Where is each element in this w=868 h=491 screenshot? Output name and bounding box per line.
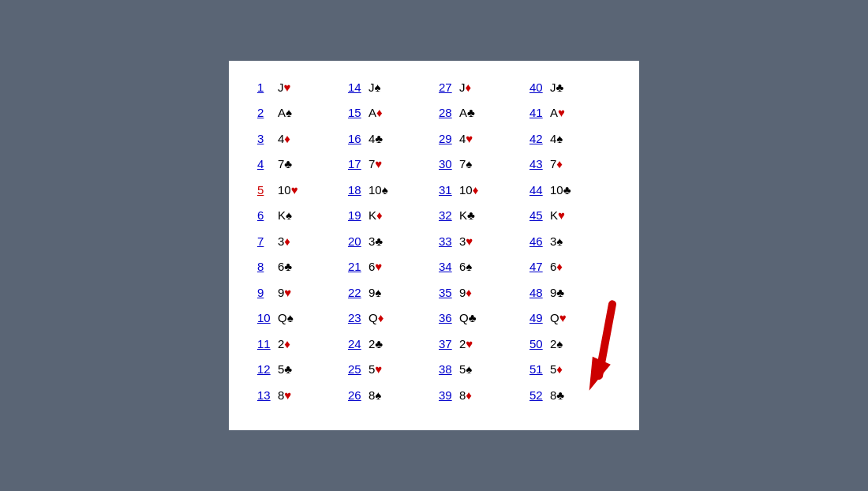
card-number[interactable]: 31	[439, 182, 456, 200]
card-number[interactable]: 51	[529, 361, 547, 379]
card-suit: ♠	[466, 260, 472, 273]
card-face: 10♣	[550, 182, 571, 200]
card-suit: ♥	[284, 81, 291, 94]
card-value: Q	[369, 311, 378, 324]
card-suit: ♣	[556, 286, 564, 299]
card-suit: ♣	[375, 132, 383, 145]
card-number[interactable]: 6	[257, 207, 275, 225]
card-face: 5♣	[278, 361, 292, 379]
card-face: 5♦	[550, 361, 563, 379]
card-suit: ♣	[469, 311, 477, 324]
list-item: 112♦	[253, 333, 343, 356]
card-number[interactable]: 38	[439, 361, 456, 379]
list-item: 99♥	[253, 282, 343, 305]
card-number[interactable]: 29	[439, 130, 456, 148]
card-value: A	[369, 106, 376, 119]
list-item: 73♦	[253, 231, 343, 253]
card-number[interactable]: 19	[348, 207, 365, 225]
card-suit: ♥	[466, 234, 473, 248]
card-number[interactable]: 49	[529, 309, 547, 328]
card-number[interactable]: 3	[257, 130, 275, 148]
card-value: A	[278, 106, 286, 119]
card-number[interactable]: 26	[348, 387, 365, 405]
card-value: J	[550, 81, 556, 94]
card-number[interactable]: 10	[257, 309, 275, 328]
card-suit: ♦	[466, 286, 472, 299]
card-face: 2♣	[369, 335, 383, 354]
card-number[interactable]: 8	[257, 258, 275, 276]
card-number[interactable]: 48	[529, 284, 547, 302]
list-item: 15A♦	[343, 102, 434, 125]
card-number[interactable]: 36	[439, 309, 456, 328]
card-value: J	[278, 81, 284, 94]
card-number[interactable]: 42	[529, 130, 547, 148]
card-number[interactable]: 9	[257, 284, 275, 302]
card-number[interactable]: 17	[348, 156, 365, 174]
card-number[interactable]: 40	[529, 79, 547, 97]
card-face: 10♥	[278, 182, 298, 200]
card-number[interactable]: 18	[348, 182, 365, 200]
card-number[interactable]: 12	[257, 361, 275, 379]
card-number[interactable]: 44	[529, 182, 547, 200]
card-number[interactable]: 28	[439, 104, 456, 122]
card-number[interactable]: 50	[529, 335, 547, 354]
card-face: 9♣	[550, 284, 564, 302]
card-number[interactable]: 4	[257, 156, 275, 174]
list-item: 41A♥	[525, 102, 615, 125]
card-suit: ♣	[556, 388, 564, 402]
list-item: 19K♦	[343, 204, 434, 227]
card-number[interactable]: 22	[348, 284, 365, 302]
card-number[interactable]: 2	[257, 104, 275, 122]
card-number[interactable]: 30	[439, 156, 456, 174]
list-item: 476♦	[525, 256, 615, 279]
card-number[interactable]: 14	[348, 79, 365, 97]
list-item: 216♥	[343, 256, 434, 279]
card-face: 5♥	[369, 361, 382, 379]
card-number[interactable]: 45	[529, 207, 547, 225]
card-number[interactable]: 33	[439, 233, 456, 251]
card-number[interactable]: 13	[257, 387, 275, 405]
card-number[interactable]: 7	[257, 233, 275, 251]
list-item: 515♦	[525, 358, 615, 381]
card-number[interactable]: 46	[529, 233, 547, 251]
list-item: 229♠	[343, 282, 434, 305]
card-number[interactable]: 21	[348, 258, 365, 276]
card-number[interactable]: 39	[439, 387, 456, 405]
list-item: 49Q♥	[525, 307, 615, 330]
card-number[interactable]: 15	[348, 104, 365, 122]
card-number[interactable]: 32	[439, 207, 456, 225]
card-number[interactable]: 35	[439, 284, 456, 302]
card-value: K	[369, 208, 376, 222]
card-number[interactable]: 11	[257, 335, 275, 354]
card-number[interactable]: 34	[439, 258, 456, 276]
card-face: 8♥	[278, 387, 291, 405]
card-number[interactable]: 25	[348, 361, 365, 379]
card-face: Q♥	[550, 309, 567, 328]
card-value: J	[369, 81, 375, 94]
card-number[interactable]: 52	[529, 387, 547, 405]
card-number[interactable]: 37	[439, 335, 456, 354]
list-item: 437♦	[525, 153, 615, 176]
card-suit: ♦	[376, 106, 383, 119]
list-item: 32K♣	[434, 204, 525, 227]
list-item: 333♥	[434, 231, 525, 253]
card-number[interactable]: 43	[529, 156, 547, 174]
card-number[interactable]: 47	[529, 258, 547, 276]
card-number[interactable]: 1	[257, 79, 275, 97]
card-suit: ♦	[556, 260, 563, 273]
card-face: 3♦	[278, 233, 290, 251]
card-suit: ♣	[284, 157, 292, 171]
list-item: 28A♣	[434, 102, 525, 125]
card-face: 3♥	[459, 233, 473, 251]
card-face: 4♦	[278, 130, 290, 148]
card-number[interactable]: 5	[257, 182, 275, 200]
card-number[interactable]: 41	[529, 104, 547, 122]
card-number[interactable]: 20	[348, 233, 365, 251]
list-item: 6K♠	[253, 204, 343, 227]
card-number[interactable]: 23	[348, 309, 365, 328]
card-suit: ♠	[286, 106, 292, 119]
card-number[interactable]: 24	[348, 335, 365, 354]
card-number[interactable]: 16	[348, 130, 365, 148]
card-number[interactable]: 27	[439, 79, 456, 97]
card-face: J♠	[369, 79, 380, 97]
